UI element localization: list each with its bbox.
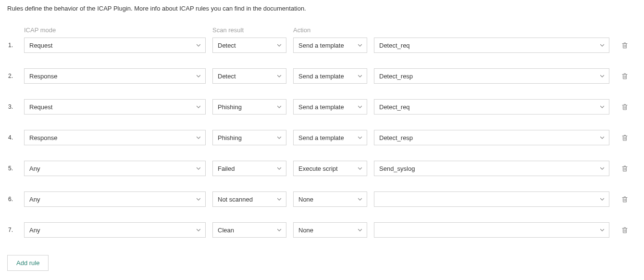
scan-result-select[interactable]: Detect: [212, 68, 286, 84]
chevron-down-icon: [357, 227, 363, 233]
chevron-down-icon: [196, 196, 201, 202]
scan-result-value: Detect: [218, 42, 236, 49]
icap-mode-select[interactable]: Any: [24, 161, 206, 176]
output-select[interactable]: Send_syslog: [374, 161, 609, 176]
rule-number: 1.: [7, 42, 24, 49]
intro-text: Rules define the behavior of the ICAP Pl…: [7, 5, 637, 12]
icap-mode-value: Response: [29, 134, 58, 141]
add-rule-button[interactable]: Add rule: [7, 255, 49, 271]
rule-number: 2.: [7, 73, 24, 79]
chevron-down-icon: [599, 135, 605, 140]
action-select[interactable]: Send a template: [293, 38, 367, 53]
rule-row: 4.ResponsePhishingSend a templateDetect_…: [7, 130, 637, 145]
trash-icon[interactable]: [621, 226, 629, 234]
chevron-down-icon: [276, 104, 282, 110]
action-value: Send a template: [298, 42, 344, 49]
chevron-down-icon: [599, 73, 605, 79]
chevron-down-icon: [599, 104, 605, 110]
icap-mode-select[interactable]: Request: [24, 38, 206, 53]
scan-result-value: Failed: [218, 165, 235, 172]
icap-mode-select[interactable]: Response: [24, 68, 206, 84]
action-select[interactable]: None: [293, 191, 367, 207]
rules-table: ICAP mode Scan result Action 1.RequestDe…: [7, 26, 637, 238]
chevron-down-icon: [599, 42, 605, 48]
scan-result-select[interactable]: Failed: [212, 161, 286, 176]
trash-icon[interactable]: [621, 134, 629, 141]
action-value: None: [298, 196, 313, 203]
chevron-down-icon: [196, 227, 201, 233]
scan-result-select[interactable]: Detect: [212, 38, 286, 53]
rule-row: 3.RequestPhishingSend a templateDetect_r…: [7, 99, 637, 115]
rule-row: 2.ResponseDetectSend a templateDetect_re…: [7, 68, 637, 84]
output-select[interactable]: Detect_req: [374, 38, 609, 53]
trash-icon[interactable]: [621, 165, 629, 172]
rule-row: 6.AnyNot scannedNone: [7, 191, 637, 207]
rule-number: 5.: [7, 165, 24, 172]
header-action: Action: [293, 26, 310, 34]
output-select[interactable]: [374, 191, 609, 207]
action-value: Send a template: [298, 103, 344, 111]
icap-mode-select[interactable]: Response: [24, 130, 206, 145]
icap-mode-select[interactable]: Any: [24, 191, 206, 207]
chevron-down-icon: [357, 104, 363, 110]
trash-icon[interactable]: [621, 195, 629, 203]
chevron-down-icon: [276, 196, 282, 202]
rule-number: 4.: [7, 134, 24, 141]
rule-row: 7.AnyCleanNone: [7, 222, 637, 238]
action-value: Send a template: [298, 73, 344, 80]
action-select[interactable]: Send a template: [293, 130, 367, 145]
scan-result-select[interactable]: Clean: [212, 222, 286, 238]
chevron-down-icon: [196, 165, 201, 171]
header-row: ICAP mode Scan result Action: [7, 26, 637, 34]
scan-result-value: Clean: [218, 227, 234, 234]
output-select[interactable]: Detect_resp: [374, 130, 609, 145]
scan-result-select[interactable]: Phishing: [212, 99, 286, 115]
action-select[interactable]: Execute script: [293, 161, 367, 176]
action-value: Send a template: [298, 134, 344, 141]
scan-result-select[interactable]: Phishing: [212, 130, 286, 145]
scan-result-value: Phishing: [218, 103, 242, 111]
chevron-down-icon: [196, 135, 201, 140]
scan-result-value: Detect: [218, 73, 236, 80]
chevron-down-icon: [276, 73, 282, 79]
chevron-down-icon: [357, 42, 363, 48]
trash-icon[interactable]: [621, 103, 629, 111]
chevron-down-icon: [357, 135, 363, 140]
output-select[interactable]: [374, 222, 609, 238]
icap-mode-value: Request: [29, 103, 52, 111]
action-value: None: [298, 227, 313, 234]
chevron-down-icon: [599, 165, 605, 171]
action-select[interactable]: Send a template: [293, 68, 367, 84]
output-select[interactable]: Detect_resp: [374, 68, 609, 84]
output-value: Detect_resp: [379, 134, 413, 141]
chevron-down-icon: [357, 165, 363, 171]
output-select[interactable]: Detect_req: [374, 99, 609, 115]
chevron-down-icon: [196, 42, 201, 48]
output-value: Detect_resp: [379, 73, 413, 80]
action-select[interactable]: None: [293, 222, 367, 238]
output-value: Send_syslog: [379, 165, 415, 172]
rule-number: 6.: [7, 196, 24, 203]
chevron-down-icon: [276, 165, 282, 171]
trash-icon[interactable]: [621, 72, 629, 80]
output-value: Detect_req: [379, 103, 410, 111]
chevron-down-icon: [196, 73, 201, 79]
chevron-down-icon: [357, 196, 363, 202]
icap-mode-value: Any: [29, 165, 40, 172]
icap-mode-value: Response: [29, 73, 58, 80]
icap-mode-value: Any: [29, 196, 40, 203]
chevron-down-icon: [196, 104, 201, 110]
rule-row: 5.AnyFailedExecute scriptSend_syslog: [7, 161, 637, 176]
rule-number: 3.: [7, 103, 24, 110]
icap-mode-select[interactable]: Any: [24, 222, 206, 238]
output-value: Detect_req: [379, 42, 410, 49]
chevron-down-icon: [599, 196, 605, 202]
scan-result-select[interactable]: Not scanned: [212, 191, 286, 207]
trash-icon[interactable]: [621, 41, 629, 49]
action-select[interactable]: Send a template: [293, 99, 367, 115]
action-value: Execute script: [298, 165, 338, 172]
rule-row: 1.RequestDetectSend a templateDetect_req: [7, 38, 637, 53]
chevron-down-icon: [599, 227, 605, 233]
chevron-down-icon: [276, 135, 282, 140]
icap-mode-select[interactable]: Request: [24, 99, 206, 115]
